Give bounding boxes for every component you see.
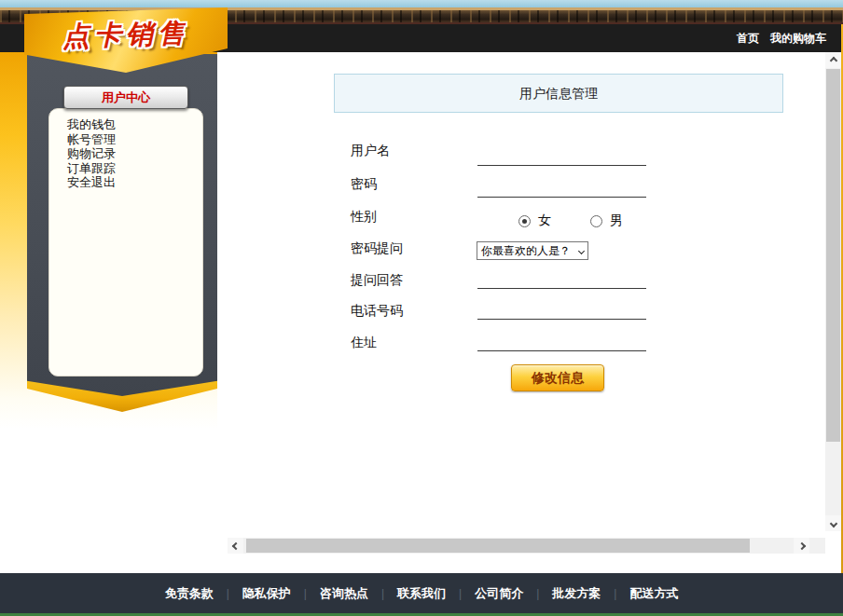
horizontal-scrollbar-thumb[interactable] — [246, 539, 750, 553]
vertical-scrollbar-thumb[interactable] — [826, 69, 840, 442]
gender-male-label[interactable]: 男 — [610, 212, 623, 229]
chevron-up-icon — [829, 56, 836, 63]
page: 首页 我的购物车 用户中心 我的钱包 帐号管理 购物记录 订单跟踪 安全退出 点… — [0, 0, 843, 616]
footer-separator: | — [459, 587, 462, 600]
top-nav: 首页 我的购物车 — [737, 24, 826, 52]
form-title: 用户信息管理 — [334, 74, 783, 113]
chevron-down-icon — [829, 519, 836, 527]
vertical-scrollbar[interactable] — [825, 52, 841, 531]
footer-separator: | — [614, 587, 616, 600]
footer-separator: | — [304, 587, 307, 600]
chevron-left-icon — [231, 541, 239, 549]
nav-cart-link[interactable]: 我的购物车 — [770, 31, 826, 47]
scroll-up-button[interactable] — [825, 52, 841, 68]
submit-button[interactable]: 修改信息 — [511, 364, 604, 391]
phone-input[interactable] — [477, 301, 646, 320]
phone-label: 电话号码 — [351, 303, 403, 318]
footer-link-delivery[interactable]: 配送方式 — [629, 585, 678, 602]
sidebar-item-logout[interactable]: 安全退出 — [67, 175, 116, 190]
logo-text: 点卡销售 — [23, 14, 228, 57]
answer-label: 提问回答 — [351, 272, 403, 287]
answer-input[interactable] — [477, 270, 646, 289]
sidebar-item-track[interactable]: 订单跟踪 — [67, 161, 116, 176]
footer-link-privacy[interactable]: 隐私保护 — [242, 585, 291, 602]
username-input[interactable] — [477, 147, 646, 166]
footer-separator: | — [227, 587, 229, 600]
top-blue-strip — [0, 0, 843, 7]
footer-separator: | — [381, 587, 384, 600]
scroll-down-button[interactable] — [825, 515, 841, 531]
gender-label: 性别 — [351, 209, 377, 224]
footer-link-contact[interactable]: 联系我们 — [397, 585, 446, 602]
footer-link-wholesale[interactable]: 批发方案 — [552, 585, 601, 602]
footer: 免责条款 | 隐私保护 | 咨询热点 | 联系我们 | 公司简介 | 批发方案 … — [0, 573, 843, 613]
sidebar-menu: 我的钱包 帐号管理 购物记录 订单跟踪 安全退出 — [67, 117, 116, 190]
footer-separator: | — [536, 587, 539, 600]
address-label: 住址 — [351, 335, 377, 349]
sidebar-item-account[interactable]: 帐号管理 — [67, 132, 116, 147]
gender-female-label[interactable]: 女 — [538, 212, 551, 229]
sidebar-item-wallet[interactable]: 我的钱包 — [67, 117, 116, 132]
chevron-right-icon — [797, 541, 805, 549]
password-label: 密码 — [351, 176, 377, 191]
address-input[interactable] — [477, 333, 646, 351]
footer-link-company[interactable]: 公司简介 — [475, 585, 523, 602]
username-label: 用户名 — [351, 143, 390, 157]
security-question-label: 密码提问 — [351, 240, 403, 255]
gender-female-radio[interactable] — [518, 215, 531, 227]
horizontal-scrollbar[interactable] — [228, 538, 825, 554]
scroll-left-button[interactable] — [228, 538, 243, 554]
footer-link-disclaimer[interactable]: 免责条款 — [165, 585, 214, 602]
password-input[interactable] — [477, 179, 646, 198]
scroll-right-button[interactable] — [794, 538, 809, 554]
user-center-header: 用户中心 — [63, 86, 188, 109]
gender-male-radio[interactable] — [590, 215, 602, 227]
gender-radio-group: 女 男 — [518, 212, 623, 229]
nav-home-link[interactable]: 首页 — [737, 31, 759, 47]
chevron-down-icon — [578, 247, 585, 253]
security-question-selected-value: 你最喜欢的人是？ — [481, 243, 579, 259]
security-question-select[interactable]: 你最喜欢的人是？ — [477, 241, 588, 260]
sidebar-item-orders[interactable]: 购物记录 — [67, 146, 116, 161]
footer-link-consult[interactable]: 咨询热点 — [320, 585, 368, 602]
